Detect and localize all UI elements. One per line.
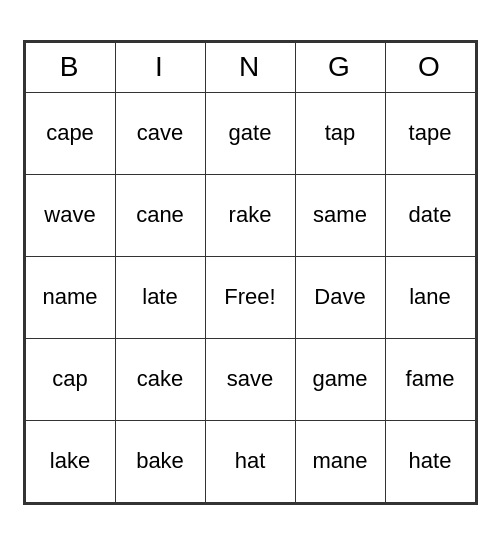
table-cell: date <box>385 174 475 256</box>
table-cell: cave <box>115 92 205 174</box>
table-cell: lane <box>385 256 475 338</box>
table-cell: late <box>115 256 205 338</box>
table-cell: Free! <box>205 256 295 338</box>
table-cell: bake <box>115 420 205 502</box>
table-cell: lake <box>25 420 115 502</box>
header-g: G <box>295 42 385 92</box>
header-i: I <box>115 42 205 92</box>
table-cell: save <box>205 338 295 420</box>
table-cell: name <box>25 256 115 338</box>
table-cell: hate <box>385 420 475 502</box>
table-cell: fame <box>385 338 475 420</box>
bingo-table: B I N G O capecavegatetaptapewavecanerak… <box>25 42 476 503</box>
table-cell: same <box>295 174 385 256</box>
table-cell: cape <box>25 92 115 174</box>
table-cell: tape <box>385 92 475 174</box>
table-cell: gate <box>205 92 295 174</box>
table-row: namelateFree!Davelane <box>25 256 475 338</box>
table-cell: Dave <box>295 256 385 338</box>
table-cell: cane <box>115 174 205 256</box>
table-cell: wave <box>25 174 115 256</box>
table-cell: hat <box>205 420 295 502</box>
bingo-card: B I N G O capecavegatetaptapewavecanerak… <box>23 40 478 505</box>
table-cell: cap <box>25 338 115 420</box>
table-cell: mane <box>295 420 385 502</box>
header-o: O <box>385 42 475 92</box>
table-row: wavecanerakesamedate <box>25 174 475 256</box>
table-cell: rake <box>205 174 295 256</box>
table-cell: cake <box>115 338 205 420</box>
table-row: lakebakehatmanehate <box>25 420 475 502</box>
table-cell: tap <box>295 92 385 174</box>
header-n: N <box>205 42 295 92</box>
bingo-body: capecavegatetaptapewavecanerakesamedaten… <box>25 92 475 502</box>
table-cell: game <box>295 338 385 420</box>
table-row: capecavegatetaptape <box>25 92 475 174</box>
table-row: capcakesavegamefame <box>25 338 475 420</box>
header-b: B <box>25 42 115 92</box>
header-row: B I N G O <box>25 42 475 92</box>
